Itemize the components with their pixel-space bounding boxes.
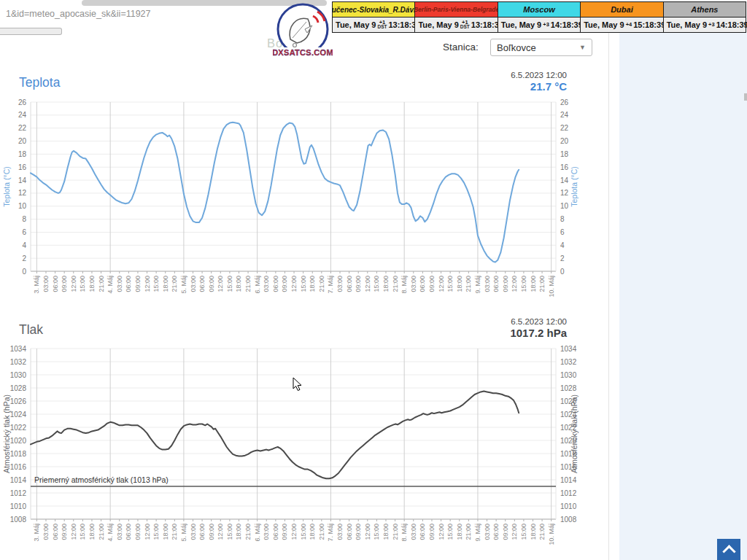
x-tick-label: 18:00	[530, 276, 537, 292]
x-tick-label: 06:00	[272, 524, 279, 540]
pressure-chart[interactable]: 1008100810101010101210121014101410161016…	[0, 342, 584, 560]
y-tick-label-left: 1018	[10, 450, 27, 458]
x-tick-label: 9. Máj	[474, 524, 481, 542]
x-tick-label: 03:00	[263, 276, 270, 292]
y-tick-label-right: 1034	[560, 345, 577, 353]
clock-time-row: Tue, May 9+1DST13:18:39	[415, 18, 497, 32]
x-tick-label: 18:00	[309, 276, 316, 292]
y-tick-label-left: 1024	[10, 411, 27, 419]
x-tick-label: 06:00	[492, 276, 500, 292]
clock-time-row: Tue, May 9+1DST13:18:39	[333, 18, 414, 32]
temperature-reading-timestamp: 6.5.2023 12:00	[348, 71, 567, 79]
x-tick-label: 12:00	[511, 524, 518, 540]
x-tick-label: 15:00	[300, 524, 307, 540]
x-tick-label: 06:00	[346, 524, 353, 540]
x-tick-label: 21:00	[392, 524, 399, 540]
y-tick-label-left: 1020	[10, 437, 27, 445]
x-tick-label: 21:00	[465, 524, 472, 540]
x-tick-label: 06:00	[52, 524, 59, 540]
x-tick-label: 12:00	[144, 276, 151, 292]
vertical-scrollbar-thumb[interactable]	[744, 93, 747, 101]
x-tick-label: 21:00	[465, 276, 472, 292]
station-select[interactable]: Boľkovce ▼	[490, 39, 592, 56]
x-tick-label: 12:00	[217, 276, 224, 292]
x-tick-label: 03:00	[410, 276, 417, 292]
x-tick-label: 21:00	[244, 524, 252, 540]
x-tick-label: 06:00	[125, 524, 132, 540]
x-tick-label: 4. Máj	[107, 276, 114, 294]
avg-pressure-ref-label: Priemerný atmosférický tlak (1013 hPa)	[34, 475, 169, 484]
x-tick-label: 03:00	[116, 524, 123, 540]
clock-date: Tue, May 9	[418, 20, 458, 29]
pressure-reading-timestamp: 6.5.2023 12:00	[348, 317, 567, 326]
x-tick-label: 03:00	[410, 524, 417, 540]
pressure-current-value: 1017.2 hPa	[348, 327, 567, 339]
x-tick-label: 12:00	[144, 524, 151, 540]
clock-time-row: Tue, May 9+314:18:39	[664, 18, 746, 32]
x-tick-label: 15:00	[373, 276, 380, 292]
clock-time-row: Tue, May 9+415:18:39	[581, 18, 662, 32]
clock-city-label: Moscow	[498, 2, 580, 18]
tlak-series-line	[31, 392, 519, 479]
x-tick-label: 06:00	[492, 524, 500, 540]
x-tick-label: 9. Máj	[474, 276, 481, 294]
x-tick-label: 15:00	[152, 524, 160, 540]
x-tick-label: 06:00	[419, 276, 426, 292]
x-tick-label: 6. Máj	[254, 276, 261, 294]
y-axis-title-right: Atmosférický tlak (hPa)	[570, 394, 578, 473]
temperature-chart[interactable]: 0022446688101012121414161618182020222224…	[0, 96, 584, 316]
x-tick-label: 18:00	[88, 524, 96, 540]
content-edge-divider	[608, 33, 609, 560]
temperature-current-value: 21.7 °C	[348, 80, 567, 93]
y-tick-label-right: 1032	[560, 358, 577, 366]
clock-time: 14:18:39	[716, 20, 747, 29]
x-tick-label: 09:00	[355, 276, 362, 292]
y-tick-label-right: 2	[560, 254, 565, 262]
scroll-to-top-button[interactable]	[717, 539, 740, 560]
x-tick-label: 03:00	[484, 276, 491, 292]
x-tick-label: 12:00	[70, 524, 77, 540]
x-tick-label: 03:00	[42, 524, 50, 540]
url-fragment-text: 1&id=meteo_apocasie_sk&ii=11927	[6, 9, 151, 19]
x-tick-label: 18:00	[309, 524, 316, 540]
logo-title: DXSATCS.COM	[273, 48, 333, 57]
y-tick-label-left: 1032	[10, 358, 27, 366]
chevron-up-icon	[722, 545, 735, 558]
x-tick-label: 18:00	[382, 276, 390, 292]
secondary-scrollbar-thumb[interactable]	[0, 28, 62, 35]
x-tick-label: 5. Máj	[180, 276, 187, 294]
x-tick-label: 15:00	[300, 276, 307, 292]
y-tick-label-left: 14	[18, 176, 27, 184]
clock-utc-offset: +3	[708, 23, 715, 28]
x-tick-label: 09:00	[428, 524, 436, 540]
x-tick-label: 06:00	[198, 524, 206, 540]
x-tick-label: 15:00	[520, 276, 527, 292]
clock-city-label: Berlin-Paris-Vienna-Belgrade	[415, 2, 497, 18]
x-tick-label: 15:00	[79, 524, 86, 540]
x-tick-label: 06:00	[272, 276, 279, 292]
x-tick-label: 21:00	[318, 276, 325, 292]
y-tick-label-left: 6	[22, 228, 26, 236]
x-tick-label: 09:00	[134, 276, 142, 292]
y-tick-label-left: 1028	[10, 384, 27, 392]
clock-date: Tue, May 9	[501, 20, 541, 29]
clock-utc-offset: +3	[543, 23, 549, 28]
clock-1: Lučenec-Slovakia_R.DávidTue, May 9+1DST1…	[333, 2, 414, 32]
y-tick-label-right: 8	[560, 215, 565, 223]
y-tick-label-left: 1014	[10, 476, 27, 484]
dxsatcs-logo[interactable]: DXSATCS.COM	[273, 1, 333, 63]
x-tick-label: 12:00	[364, 524, 371, 540]
y-tick-label-left: 20	[18, 137, 27, 145]
x-tick-label: 12:00	[70, 276, 77, 292]
x-tick-label: 12:00	[438, 276, 445, 292]
clock-utc-offset: +4	[626, 23, 632, 28]
x-tick-label: 15:00	[226, 276, 233, 292]
x-tick-label: 15:00	[152, 276, 160, 292]
x-tick-label: 10. Máj	[548, 524, 555, 545]
x-tick-label: 4. Máj	[107, 524, 114, 542]
clock-2: Berlin-Paris-Vienna-BelgradeTue, May 9+1…	[414, 2, 497, 32]
x-tick-label: 18:00	[530, 524, 537, 540]
y-tick-label-left: 1022	[10, 424, 27, 432]
x-tick-label: 03:00	[190, 276, 197, 292]
pressure-chart-title: Tlak	[19, 322, 43, 338]
